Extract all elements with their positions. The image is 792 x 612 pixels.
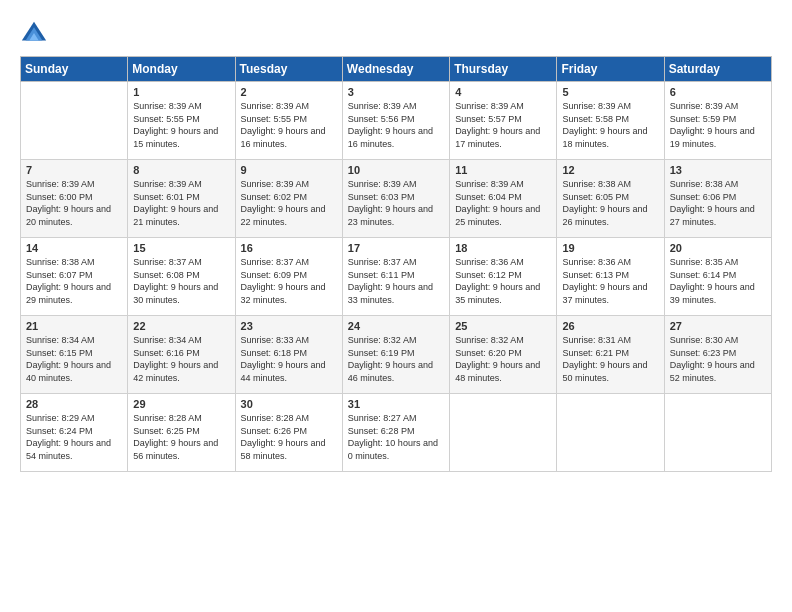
day-details: Sunrise: 8:39 AMSunset: 6:02 PMDaylight:… <box>241 178 337 228</box>
day-details: Sunrise: 8:29 AMSunset: 6:24 PMDaylight:… <box>26 412 122 462</box>
day-number: 18 <box>455 242 551 254</box>
day-cell: 21Sunrise: 8:34 AMSunset: 6:15 PMDayligh… <box>21 316 128 394</box>
day-details: Sunrise: 8:39 AMSunset: 5:57 PMDaylight:… <box>455 100 551 150</box>
day-cell: 25Sunrise: 8:32 AMSunset: 6:20 PMDayligh… <box>450 316 557 394</box>
day-number: 22 <box>133 320 229 332</box>
day-cell <box>664 394 771 472</box>
day-details: Sunrise: 8:39 AMSunset: 5:55 PMDaylight:… <box>133 100 229 150</box>
day-cell: 6Sunrise: 8:39 AMSunset: 5:59 PMDaylight… <box>664 82 771 160</box>
day-number: 10 <box>348 164 444 176</box>
weekday-monday: Monday <box>128 57 235 82</box>
day-details: Sunrise: 8:36 AMSunset: 6:12 PMDaylight:… <box>455 256 551 306</box>
weekday-header-row: SundayMondayTuesdayWednesdayThursdayFrid… <box>21 57 772 82</box>
logo <box>20 18 52 46</box>
day-number: 9 <box>241 164 337 176</box>
day-cell: 12Sunrise: 8:38 AMSunset: 6:05 PMDayligh… <box>557 160 664 238</box>
day-cell: 17Sunrise: 8:37 AMSunset: 6:11 PMDayligh… <box>342 238 449 316</box>
day-number: 27 <box>670 320 766 332</box>
day-cell: 14Sunrise: 8:38 AMSunset: 6:07 PMDayligh… <box>21 238 128 316</box>
day-number: 1 <box>133 86 229 98</box>
day-cell: 15Sunrise: 8:37 AMSunset: 6:08 PMDayligh… <box>128 238 235 316</box>
day-cell: 2Sunrise: 8:39 AMSunset: 5:55 PMDaylight… <box>235 82 342 160</box>
day-number: 5 <box>562 86 658 98</box>
weekday-wednesday: Wednesday <box>342 57 449 82</box>
day-number: 17 <box>348 242 444 254</box>
logo-icon <box>20 18 48 46</box>
day-cell: 28Sunrise: 8:29 AMSunset: 6:24 PMDayligh… <box>21 394 128 472</box>
day-details: Sunrise: 8:36 AMSunset: 6:13 PMDaylight:… <box>562 256 658 306</box>
day-cell: 18Sunrise: 8:36 AMSunset: 6:12 PMDayligh… <box>450 238 557 316</box>
day-cell: 27Sunrise: 8:30 AMSunset: 6:23 PMDayligh… <box>664 316 771 394</box>
day-details: Sunrise: 8:39 AMSunset: 5:56 PMDaylight:… <box>348 100 444 150</box>
day-cell <box>450 394 557 472</box>
day-details: Sunrise: 8:39 AMSunset: 6:01 PMDaylight:… <box>133 178 229 228</box>
day-cell: 20Sunrise: 8:35 AMSunset: 6:14 PMDayligh… <box>664 238 771 316</box>
day-number: 4 <box>455 86 551 98</box>
day-details: Sunrise: 8:32 AMSunset: 6:20 PMDaylight:… <box>455 334 551 384</box>
day-details: Sunrise: 8:39 AMSunset: 5:59 PMDaylight:… <box>670 100 766 150</box>
day-number: 28 <box>26 398 122 410</box>
day-number: 19 <box>562 242 658 254</box>
header <box>20 18 772 46</box>
week-row-1: 7Sunrise: 8:39 AMSunset: 6:00 PMDaylight… <box>21 160 772 238</box>
day-details: Sunrise: 8:34 AMSunset: 6:16 PMDaylight:… <box>133 334 229 384</box>
day-cell: 31Sunrise: 8:27 AMSunset: 6:28 PMDayligh… <box>342 394 449 472</box>
day-number: 26 <box>562 320 658 332</box>
weekday-sunday: Sunday <box>21 57 128 82</box>
day-cell <box>21 82 128 160</box>
day-details: Sunrise: 8:38 AMSunset: 6:07 PMDaylight:… <box>26 256 122 306</box>
day-details: Sunrise: 8:37 AMSunset: 6:09 PMDaylight:… <box>241 256 337 306</box>
day-cell: 9Sunrise: 8:39 AMSunset: 6:02 PMDaylight… <box>235 160 342 238</box>
day-cell: 29Sunrise: 8:28 AMSunset: 6:25 PMDayligh… <box>128 394 235 472</box>
day-details: Sunrise: 8:38 AMSunset: 6:06 PMDaylight:… <box>670 178 766 228</box>
day-details: Sunrise: 8:31 AMSunset: 6:21 PMDaylight:… <box>562 334 658 384</box>
weekday-thursday: Thursday <box>450 57 557 82</box>
day-cell: 8Sunrise: 8:39 AMSunset: 6:01 PMDaylight… <box>128 160 235 238</box>
day-cell: 4Sunrise: 8:39 AMSunset: 5:57 PMDaylight… <box>450 82 557 160</box>
day-cell: 22Sunrise: 8:34 AMSunset: 6:16 PMDayligh… <box>128 316 235 394</box>
day-number: 2 <box>241 86 337 98</box>
day-number: 16 <box>241 242 337 254</box>
day-number: 24 <box>348 320 444 332</box>
day-details: Sunrise: 8:37 AMSunset: 6:11 PMDaylight:… <box>348 256 444 306</box>
day-details: Sunrise: 8:28 AMSunset: 6:26 PMDaylight:… <box>241 412 337 462</box>
day-cell: 26Sunrise: 8:31 AMSunset: 6:21 PMDayligh… <box>557 316 664 394</box>
day-cell: 30Sunrise: 8:28 AMSunset: 6:26 PMDayligh… <box>235 394 342 472</box>
day-number: 6 <box>670 86 766 98</box>
day-details: Sunrise: 8:39 AMSunset: 6:03 PMDaylight:… <box>348 178 444 228</box>
day-number: 8 <box>133 164 229 176</box>
day-number: 23 <box>241 320 337 332</box>
calendar-table: SundayMondayTuesdayWednesdayThursdayFrid… <box>20 56 772 472</box>
day-details: Sunrise: 8:34 AMSunset: 6:15 PMDaylight:… <box>26 334 122 384</box>
day-number: 7 <box>26 164 122 176</box>
day-number: 15 <box>133 242 229 254</box>
day-details: Sunrise: 8:39 AMSunset: 5:55 PMDaylight:… <box>241 100 337 150</box>
day-number: 31 <box>348 398 444 410</box>
day-number: 25 <box>455 320 551 332</box>
week-row-3: 21Sunrise: 8:34 AMSunset: 6:15 PMDayligh… <box>21 316 772 394</box>
week-row-2: 14Sunrise: 8:38 AMSunset: 6:07 PMDayligh… <box>21 238 772 316</box>
day-details: Sunrise: 8:38 AMSunset: 6:05 PMDaylight:… <box>562 178 658 228</box>
week-row-4: 28Sunrise: 8:29 AMSunset: 6:24 PMDayligh… <box>21 394 772 472</box>
day-details: Sunrise: 8:30 AMSunset: 6:23 PMDaylight:… <box>670 334 766 384</box>
day-number: 14 <box>26 242 122 254</box>
day-cell: 5Sunrise: 8:39 AMSunset: 5:58 PMDaylight… <box>557 82 664 160</box>
day-details: Sunrise: 8:33 AMSunset: 6:18 PMDaylight:… <box>241 334 337 384</box>
page: SundayMondayTuesdayWednesdayThursdayFrid… <box>0 0 792 612</box>
day-number: 11 <box>455 164 551 176</box>
day-cell <box>557 394 664 472</box>
weekday-saturday: Saturday <box>664 57 771 82</box>
day-number: 30 <box>241 398 337 410</box>
day-details: Sunrise: 8:32 AMSunset: 6:19 PMDaylight:… <box>348 334 444 384</box>
day-cell: 1Sunrise: 8:39 AMSunset: 5:55 PMDaylight… <box>128 82 235 160</box>
day-details: Sunrise: 8:39 AMSunset: 5:58 PMDaylight:… <box>562 100 658 150</box>
day-details: Sunrise: 8:39 AMSunset: 6:00 PMDaylight:… <box>26 178 122 228</box>
day-details: Sunrise: 8:27 AMSunset: 6:28 PMDaylight:… <box>348 412 444 462</box>
day-cell: 3Sunrise: 8:39 AMSunset: 5:56 PMDaylight… <box>342 82 449 160</box>
day-cell: 19Sunrise: 8:36 AMSunset: 6:13 PMDayligh… <box>557 238 664 316</box>
week-row-0: 1Sunrise: 8:39 AMSunset: 5:55 PMDaylight… <box>21 82 772 160</box>
day-cell: 16Sunrise: 8:37 AMSunset: 6:09 PMDayligh… <box>235 238 342 316</box>
day-number: 20 <box>670 242 766 254</box>
day-number: 3 <box>348 86 444 98</box>
day-details: Sunrise: 8:35 AMSunset: 6:14 PMDaylight:… <box>670 256 766 306</box>
